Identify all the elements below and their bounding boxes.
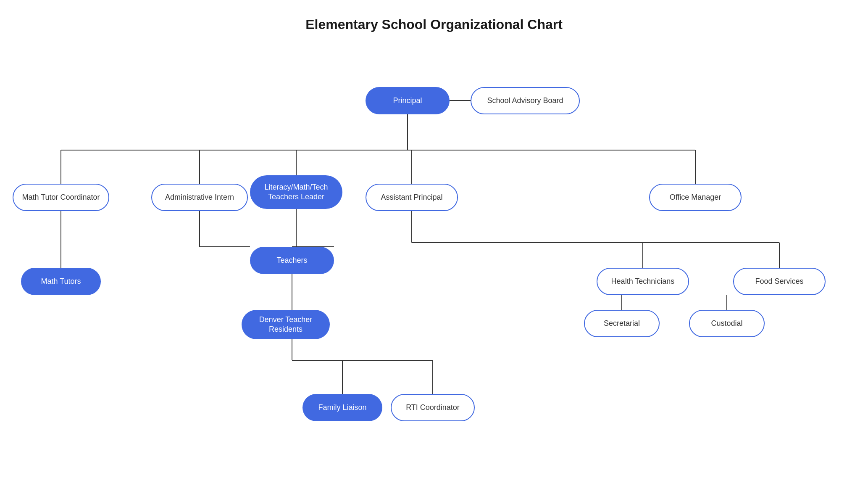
denver-residents-node: Denver Teacher Residents <box>242 310 330 339</box>
principal-node: Principal <box>366 87 450 114</box>
office-manager-node: Office Manager <box>649 184 742 211</box>
family-liaison-node: Family Liaison <box>302 394 382 421</box>
literacy-leader-node: Literacy/Math/Tech Teachers Leader <box>250 175 342 209</box>
chart-container: Principal School Advisory Board Math Tut… <box>0 41 868 478</box>
teachers-node: Teachers <box>250 247 334 274</box>
food-services-node: Food Services <box>733 268 826 295</box>
advisory-board-node: School Advisory Board <box>471 87 580 114</box>
asst-principal-node: Assistant Principal <box>366 184 458 211</box>
math-tutor-coord-node: Math Tutor Coordinator <box>13 184 109 211</box>
admin-intern-node: Administrative Intern <box>151 184 248 211</box>
secretarial-node: Secretarial <box>584 310 660 337</box>
page-title: Elementary School Organizational Chart <box>0 0 868 41</box>
health-tech-node: Health Technicians <box>597 268 689 295</box>
math-tutors-node: Math Tutors <box>21 268 101 295</box>
rti-coordinator-node: RTI Coordinator <box>391 394 475 421</box>
custodial-node: Custodial <box>689 310 765 337</box>
